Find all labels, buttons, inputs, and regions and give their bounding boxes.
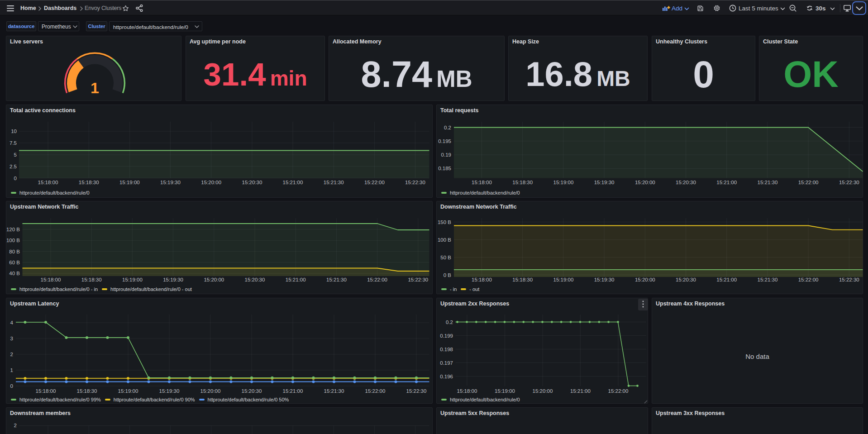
svg-text:15:18:00: 15:18:00 bbox=[457, 388, 477, 394]
svg-text:0.2: 0.2 bbox=[444, 125, 451, 130]
svg-text:0.19: 0.19 bbox=[441, 152, 451, 157]
svg-text:15:22:00: 15:22:00 bbox=[364, 180, 385, 185]
svg-text:0.199: 0.199 bbox=[440, 333, 453, 339]
svg-text:15:20:00: 15:20:00 bbox=[200, 388, 221, 394]
svg-text:7.5: 7.5 bbox=[10, 140, 17, 146]
svg-text:1: 1 bbox=[10, 367, 13, 373]
svg-text:0.2: 0.2 bbox=[446, 320, 453, 325]
svg-text:80 B: 80 B bbox=[9, 249, 20, 254]
svg-text:15:21:30: 15:21:30 bbox=[758, 180, 778, 185]
svg-text:60 B: 60 B bbox=[9, 260, 20, 265]
svg-text:15:18:30: 15:18:30 bbox=[81, 277, 102, 282]
svg-text:15:20:30: 15:20:30 bbox=[676, 277, 696, 282]
svg-text:0.197: 0.197 bbox=[440, 360, 453, 366]
svg-text:15:20:30: 15:20:30 bbox=[676, 180, 696, 185]
svg-text:15:18:30: 15:18:30 bbox=[512, 180, 533, 185]
svg-text:3: 3 bbox=[10, 336, 13, 341]
svg-text:150 B: 150 B bbox=[438, 219, 451, 225]
svg-text:15:18:00: 15:18:00 bbox=[472, 180, 492, 185]
svg-text:15:19:30: 15:19:30 bbox=[594, 180, 615, 185]
svg-text:100 B: 100 B bbox=[438, 237, 451, 243]
svg-text:15:18:00: 15:18:00 bbox=[38, 180, 58, 185]
svg-text:15:20:00: 15:20:00 bbox=[635, 180, 655, 185]
svg-text:15:22:30: 15:22:30 bbox=[839, 180, 859, 185]
svg-text:15:22:30: 15:22:30 bbox=[408, 277, 428, 282]
svg-text:0 B: 0 B bbox=[444, 272, 452, 278]
svg-text:0: 0 bbox=[10, 383, 13, 389]
svg-text:15:22:00: 15:22:00 bbox=[608, 388, 629, 394]
svg-text:15:21:00: 15:21:00 bbox=[283, 180, 303, 185]
svg-text:15:19:30: 15:19:30 bbox=[163, 277, 183, 282]
svg-text:15:20:00: 15:20:00 bbox=[201, 180, 221, 185]
svg-text:10: 10 bbox=[11, 129, 17, 134]
svg-text:15:18:30: 15:18:30 bbox=[77, 388, 97, 394]
svg-text:15:19:00: 15:19:00 bbox=[122, 277, 143, 282]
svg-text:15:21:00: 15:21:00 bbox=[283, 388, 303, 394]
svg-text:15:21:00: 15:21:00 bbox=[286, 277, 306, 282]
svg-text:15:19:00: 15:19:00 bbox=[553, 180, 574, 185]
svg-text:15:18:00: 15:18:00 bbox=[41, 277, 61, 282]
svg-text:15:20:00: 15:20:00 bbox=[204, 277, 224, 282]
svg-text:15:21:30: 15:21:30 bbox=[758, 277, 778, 282]
svg-text:15:21:00: 15:21:00 bbox=[716, 180, 737, 185]
svg-text:2: 2 bbox=[14, 423, 17, 428]
svg-text:15:19:00: 15:19:00 bbox=[118, 388, 138, 394]
svg-text:15:18:30: 15:18:30 bbox=[512, 277, 533, 282]
svg-text:15:21:00: 15:21:00 bbox=[570, 388, 591, 394]
svg-text:50 B: 50 B bbox=[440, 255, 451, 260]
svg-text:15:21:30: 15:21:30 bbox=[324, 180, 344, 185]
svg-text:15:22:00: 15:22:00 bbox=[365, 388, 386, 394]
svg-text:15:19:00: 15:19:00 bbox=[553, 277, 574, 282]
svg-text:15:22:00: 15:22:00 bbox=[798, 277, 819, 282]
svg-text:15:19:30: 15:19:30 bbox=[159, 388, 180, 394]
svg-text:0.198: 0.198 bbox=[440, 347, 453, 352]
svg-text:15:18:00: 15:18:00 bbox=[36, 388, 56, 394]
svg-text:15:18:30: 15:18:30 bbox=[79, 180, 99, 185]
svg-text:40 B: 40 B bbox=[9, 271, 20, 276]
svg-text:15:22:30: 15:22:30 bbox=[405, 180, 425, 185]
svg-text:15:21:30: 15:21:30 bbox=[326, 277, 347, 282]
svg-text:15:22:00: 15:22:00 bbox=[798, 180, 819, 185]
svg-text:15:19:30: 15:19:30 bbox=[594, 277, 615, 282]
svg-text:4: 4 bbox=[10, 320, 14, 325]
svg-text:120 B: 120 B bbox=[6, 227, 20, 232]
svg-text:15:21:30: 15:21:30 bbox=[324, 388, 344, 394]
svg-text:15:20:30: 15:20:30 bbox=[242, 180, 262, 185]
svg-text:15:22:30: 15:22:30 bbox=[839, 277, 859, 282]
svg-text:15:20:00: 15:20:00 bbox=[533, 388, 553, 394]
svg-text:15:20:30: 15:20:30 bbox=[242, 388, 262, 394]
svg-text:2.5: 2.5 bbox=[10, 164, 17, 169]
svg-text:15:19:00: 15:19:00 bbox=[119, 180, 140, 185]
svg-text:15:22:30: 15:22:30 bbox=[406, 388, 427, 394]
svg-text:0.185: 0.185 bbox=[438, 166, 451, 171]
svg-text:100 B: 100 B bbox=[6, 238, 20, 243]
svg-text:15:20:00: 15:20:00 bbox=[635, 277, 655, 282]
svg-text:15:19:00: 15:19:00 bbox=[495, 388, 515, 394]
svg-text:0.195: 0.195 bbox=[438, 138, 451, 144]
svg-text:2: 2 bbox=[10, 352, 13, 357]
svg-text:15:20:30: 15:20:30 bbox=[245, 277, 265, 282]
svg-text:5: 5 bbox=[14, 152, 17, 157]
svg-text:0.196: 0.196 bbox=[440, 374, 453, 379]
svg-text:1: 1 bbox=[91, 79, 99, 96]
svg-text:15:22:00: 15:22:00 bbox=[367, 277, 387, 282]
svg-text:0: 0 bbox=[14, 176, 17, 181]
svg-text:15:19:30: 15:19:30 bbox=[160, 180, 181, 185]
svg-text:15:21:00: 15:21:00 bbox=[716, 277, 737, 282]
svg-text:15:18:00: 15:18:00 bbox=[472, 277, 492, 282]
